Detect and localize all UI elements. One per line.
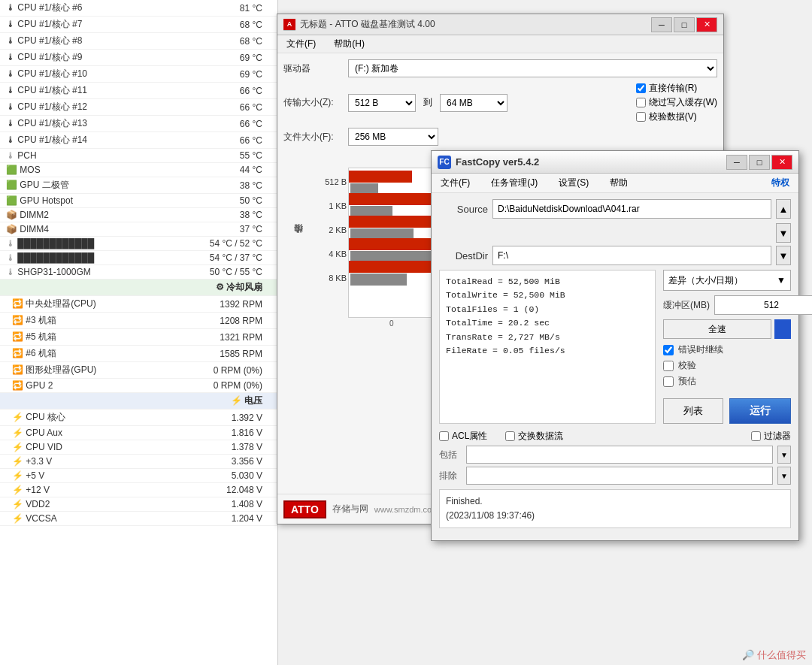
fc-list-btn[interactable]: 列表 <box>663 398 723 424</box>
hw-row-value: 54 °C / 37 °C <box>161 251 277 265</box>
hw-row-value: 37 °C <box>161 222 277 237</box>
hw-row-label: ⚡ CPU VID <box>0 440 161 455</box>
fc-info-line: TotalRead = 52,500 MiB <box>446 275 649 289</box>
hw-row-value: 1.378 V <box>161 440 277 455</box>
atto-close-btn[interactable]: ✕ <box>696 17 717 32</box>
atto-options: 直接传输(R) 绕过写入缓存(W) 校验数据(V) <box>636 82 717 123</box>
fc-include-arrow[interactable]: ▼ <box>777 446 791 464</box>
hw-row-value: 1585 RPM <box>161 346 277 362</box>
fan-section-header: ⚙ 冷却风扇 <box>0 280 277 296</box>
hw-row-value: 66 °C <box>161 83 277 99</box>
hw-table-row: 🔁 GPU 20 RPM (0%) <box>0 379 277 393</box>
hw-row-value: 1.408 V <box>161 497 277 512</box>
fc-stream-check[interactable]: 交换数据流 <box>505 430 563 443</box>
hw-table-row: ⚡ VCCSA1.204 V <box>0 512 277 526</box>
atto-menu-help[interactable]: 帮助(H) <box>331 37 368 51</box>
atto-titlebar: A 无标题 - ATTO 磁盘基准测试 4.00 ─ □ ✕ <box>277 14 723 35</box>
fc-source-value[interactable]: D:\BaiduNetdiskDownload\A041.rar <box>492 199 771 219</box>
hw-table-row: ⚡ +3.3 V3.356 V <box>0 455 277 469</box>
fc-buffer-input[interactable] <box>714 295 812 315</box>
fc-checkbox[interactable] <box>663 361 674 371</box>
atto-maximize-btn[interactable]: □ <box>674 17 695 32</box>
bar-gray-4 <box>350 274 407 286</box>
fc-run-btn[interactable]: 运行 <box>729 398 791 424</box>
atto-minimize-btn[interactable]: ─ <box>651 17 672 32</box>
fc-include-input[interactable] <box>466 446 773 464</box>
fc-speed-row: 全速 <box>663 319 791 339</box>
hw-row-value: 1.204 V <box>161 512 277 526</box>
fc-dest-dropdown[interactable]: ▼ <box>776 246 791 265</box>
bar-label-2kb: 2 KB <box>329 218 347 242</box>
fc-filter-checkbox[interactable] <box>751 431 761 441</box>
atto-direct-transfer[interactable]: 直接传输(R) <box>636 82 717 95</box>
atto-footer-logo: ATTO <box>283 500 326 518</box>
atto-menu-file[interactable]: 文件(F) <box>283 37 319 51</box>
fc-checkbox[interactable] <box>663 376 674 387</box>
atto-direct-transfer-check[interactable] <box>636 83 646 93</box>
fc-info-line: TransRate = 2,727 MB/s <box>446 331 649 344</box>
chart-y-label: 传输大小 <box>283 152 314 329</box>
hw-row-value: 66 °C <box>161 132 277 149</box>
atto-transfer-from[interactable]: 512 B <box>348 94 416 112</box>
fc-menu-settings[interactable]: 设置(S) <box>556 176 592 190</box>
fc-source-label: Source <box>439 204 488 215</box>
hw-row-label: 🌡 CPU #1/核心 #9 <box>0 50 161 66</box>
fc-titlebar: FC FastCopy ver5.4.2 ─ □ ✕ <box>432 151 798 174</box>
hw-row-label: 🟩 MOS <box>0 163 161 177</box>
atto-bypass-cache-check[interactable] <box>636 98 646 107</box>
fc-info-line: TotalTime = 20.2 sec <box>446 316 649 330</box>
fastcopy-window[interactable]: FC FastCopy ver5.4.2 ─ □ ✕ 文件(F) 任务管理(J)… <box>431 150 799 541</box>
hw-row-label: ⚡ VDD2 <box>0 497 161 512</box>
fc-dest-value[interactable]: F:\ <box>492 246 771 265</box>
fc-acl-checkbox[interactable] <box>439 431 449 441</box>
atto-bypass-cache[interactable]: 绕过写入缓存(W) <box>636 96 717 109</box>
fc-info-line: TotalFiles = 1 (0) <box>446 303 649 316</box>
atto-verify-data[interactable]: 校验数据(V) <box>636 110 717 123</box>
fc-speed-btn[interactable]: 全速 <box>663 319 771 339</box>
fc-menu-file[interactable]: 文件(F) <box>438 176 473 190</box>
atto-icon: A <box>283 19 295 31</box>
fc-exclude-input[interactable] <box>466 467 773 485</box>
atto-drive-select[interactable]: (F:) 新加卷 <box>348 59 717 77</box>
hw-row-label: 🌡 CPU #1/核心 #13 <box>0 116 161 132</box>
hw-table-row: 🌡 PCH55 °C <box>0 149 277 163</box>
hw-table-row: 🌡 CPU #1/核心 #1466 °C <box>0 132 277 149</box>
page-watermark: 🔎 什么值得买 <box>742 648 806 662</box>
fc-menu-help[interactable]: 帮助 <box>607 176 631 190</box>
hw-table-row: ⚡ CPU Aux1.816 V <box>0 426 277 440</box>
hw-row-value: 3.356 V <box>161 455 277 469</box>
hw-row-value: 1.392 V <box>161 410 277 426</box>
fc-checkbox-item[interactable]: 预估 <box>663 375 791 388</box>
hw-row-value: 0 RPM (0%) <box>161 379 277 393</box>
fc-source-scroll-down[interactable]: ▼ <box>776 223 791 243</box>
fc-minimize-btn[interactable]: ─ <box>726 155 747 170</box>
chart-bar-labels: 512 B 1 KB 2 KB 4 KB 8 KB <box>315 152 347 329</box>
fc-close-btn[interactable]: ✕ <box>771 155 792 170</box>
fc-special-label[interactable]: 特权 <box>768 176 792 190</box>
fc-checkbox-label: 校验 <box>678 359 696 372</box>
hw-table-row: ⚡ +12 V12.048 V <box>0 483 277 497</box>
bar-red-1 <box>349 193 440 205</box>
hw-row-label: 🌡 SHGP31-1000GM <box>0 265 161 280</box>
atto-filesize-select[interactable]: 256 MB <box>348 128 438 146</box>
hw-table-row: 🌡 CPU #1/核心 #1366 °C <box>0 116 277 132</box>
atto-transfer-to[interactable]: 64 MB <box>440 94 508 112</box>
fc-checkbox[interactable] <box>663 345 674 355</box>
fc-diff-select[interactable]: 差异（大小/日期） ▼ <box>663 270 791 291</box>
hw-row-value: 55 °C <box>161 149 277 163</box>
fc-speed-indicator[interactable] <box>774 319 791 339</box>
fc-acl-check[interactable]: ACL属性 <box>439 430 487 443</box>
fc-stream-checkbox[interactable] <box>505 431 515 441</box>
fc-source-scroll-up[interactable]: ▲ <box>776 199 791 219</box>
fc-exclude-arrow[interactable]: ▼ <box>777 467 791 485</box>
fc-menu-task[interactable]: 任务管理(J) <box>488 176 541 190</box>
atto-verify-check[interactable] <box>636 112 646 122</box>
fc-checkbox-item[interactable]: 错误时继续 <box>663 343 791 356</box>
fc-status-area: Finished. (2023/11/08 19:37:46) <box>439 489 791 528</box>
hw-row-label: 🌡 CPU #1/核心 #12 <box>0 99 161 116</box>
hw-table-row: 🌡 SHGP31-1000GM50 °C / 55 °C <box>0 265 277 280</box>
hw-table-row: 🔁 图形处理器(GPU)0 RPM (0%) <box>0 362 277 379</box>
fc-status-line2: (2023/11/08 19:37:46) <box>446 509 784 523</box>
fc-checkbox-item[interactable]: 校验 <box>663 359 791 372</box>
fc-maximize-btn[interactable]: □ <box>749 155 770 170</box>
